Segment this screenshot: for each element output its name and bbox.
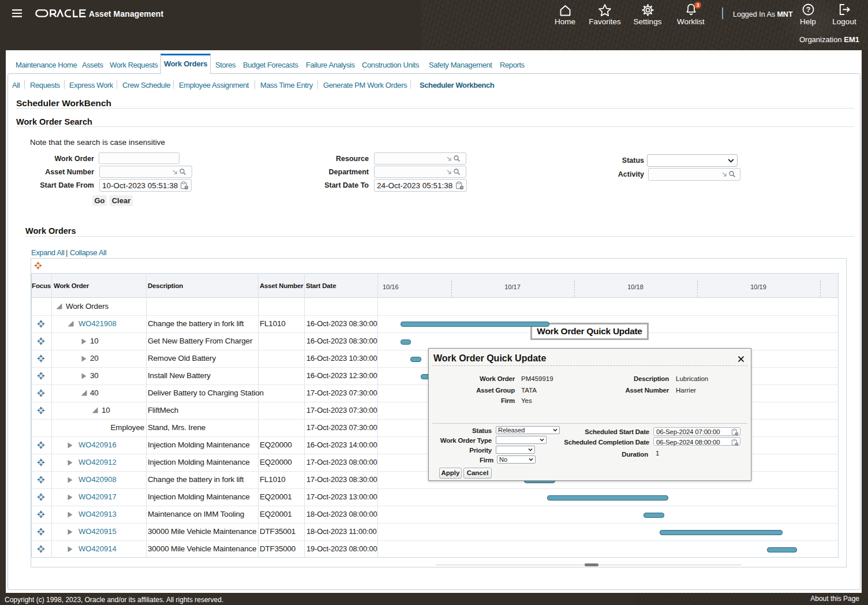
svg-text:?: ? (806, 6, 811, 14)
